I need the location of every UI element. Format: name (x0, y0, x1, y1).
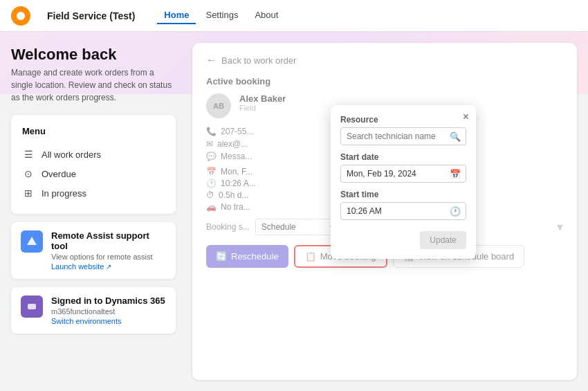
modal-resource-section: Resource 🔍 (340, 115, 466, 145)
calendar-picker-icon: 📅 (450, 169, 461, 179)
menu-item-label: In progress (42, 188, 86, 199)
resource-label: Resource (340, 115, 466, 125)
external-link-icon: ↗ (106, 263, 111, 271)
nav-settings[interactable]: Settings (199, 7, 245, 24)
overdue-icon: ⊙ (22, 167, 35, 180)
menu-item-label: All work orders (42, 149, 101, 160)
nav-about[interactable]: About (248, 7, 285, 24)
app-logo (11, 6, 30, 26)
modal-start-date-section: Start date 📅 (340, 152, 466, 183)
menu-card: Menu ☰ All work orders ⊙ Overdue ⊞ In pr… (11, 115, 176, 214)
dynamics-card: Signed in to Dynamics 365 m365functional… (11, 287, 176, 334)
modal-start-time-section: Start time 🕐 (340, 190, 466, 220)
svg-marker-0 (27, 237, 37, 245)
remote-assist-name: Remote Assist support tool (51, 230, 166, 251)
svg-rect-1 (28, 304, 36, 309)
app-name: Field Service (Test) (47, 10, 135, 21)
menu-title: Menu (22, 126, 165, 136)
remote-assist-info: Remote Assist support tool View options … (51, 230, 166, 271)
search-icon: 🔍 (450, 131, 461, 142)
start-time-input[interactable] (340, 202, 466, 220)
welcome-section: Welcome back Manage and create work orde… (11, 46, 176, 104)
in-progress-icon: ⊞ (22, 187, 35, 199)
modal-popup: × Resource 🔍 Start date (331, 105, 476, 259)
remote-assist-desc: View options for remote assist (51, 253, 166, 261)
nav-links: Home Settings About (157, 7, 285, 24)
left-panel: Welcome back Manage and create work orde… (0, 32, 187, 391)
date-wrapper: 📅 (340, 165, 466, 183)
technician-search-input[interactable] (340, 127, 466, 145)
content-area: Welcome back Manage and create work orde… (0, 32, 588, 391)
menu-item-overdue[interactable]: ⊙ Overdue (22, 164, 165, 183)
menu-item-in-progress[interactable]: ⊞ In progress (22, 183, 165, 203)
remote-assist-card: Remote Assist support tool View options … (11, 222, 176, 279)
start-time-label: Start time (340, 190, 466, 199)
right-panel: ← Back to work order Active booking AB A… (187, 32, 588, 391)
welcome-title: Welcome back (11, 46, 176, 64)
dynamics-name: Signed in to Dynamics 365 (51, 295, 166, 306)
nav-home[interactable]: Home (157, 7, 196, 24)
menu-item-all-work-orders[interactable]: ☰ All work orders (22, 145, 165, 164)
modal-close-button[interactable]: × (463, 111, 469, 123)
dynamics-info: Signed in to Dynamics 365 m365functional… (51, 295, 166, 325)
dynamics-icon (21, 295, 43, 318)
menu-item-label: Overdue (42, 169, 76, 179)
time-wrapper: 🕐 (340, 202, 466, 220)
welcome-description: Manage and create work orders from a sin… (11, 66, 176, 104)
all-work-orders-icon: ☰ (22, 148, 35, 161)
work-order-card: ← Back to work order Active booking AB A… (192, 43, 577, 380)
dynamics-user: m365functionaltest (51, 307, 166, 316)
switch-environments-link[interactable]: Switch environments (51, 317, 166, 325)
main-wrapper: Welcome back Manage and create work orde… (0, 32, 588, 391)
search-wrapper: 🔍 (340, 127, 466, 145)
start-date-input[interactable] (340, 165, 466, 183)
logo-icon (17, 12, 25, 20)
update-button[interactable]: Update (420, 231, 466, 249)
remote-assist-icon (21, 230, 43, 253)
clock-picker-icon: 🕐 (450, 206, 461, 217)
start-date-label: Start date (340, 152, 466, 162)
remote-assist-link[interactable]: Launch website ↗ (51, 262, 166, 271)
top-navigation: Field Service (Test) Home Settings About (0, 0, 588, 32)
